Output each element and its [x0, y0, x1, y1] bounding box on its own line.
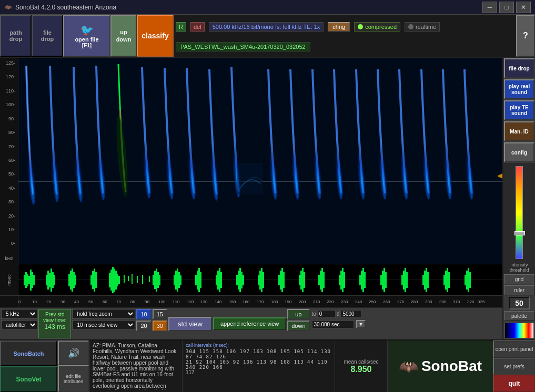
- msec-view-select[interactable]: 10 msec std view: [72, 320, 135, 330]
- svg-rect-48: [109, 273, 110, 287]
- duration-input[interactable]: [312, 321, 354, 328]
- num-15-button[interactable]: 15: [153, 309, 167, 319]
- svg-rect-46: [94, 269, 95, 292]
- svg-rect-45: [92, 271, 94, 289]
- svg-text:100: 100: [158, 300, 166, 304]
- site-info-scroll[interactable]: AZ: PIMA, Tucson, Catalina Foothills, Wy…: [93, 343, 179, 390]
- palette-label: palette: [504, 311, 534, 321]
- app-icon: 🦇: [4, 4, 12, 11]
- grid-button[interactable]: grid: [504, 274, 534, 284]
- svg-text:325: 325: [478, 300, 485, 304]
- svg-text:300: 300: [439, 300, 447, 304]
- classify-button[interactable]: classify: [137, 15, 174, 57]
- svg-text:270: 270: [397, 300, 405, 304]
- set-prefs-button[interactable]: set prefs: [493, 358, 535, 375]
- time-ruler: 0 10 20 30 40 50 60 70 80 90 100 110: [0, 295, 502, 307]
- play-te-sound-button[interactable]: play TE sound: [504, 100, 534, 120]
- svg-rect-26: [24, 275, 25, 285]
- hold-freq-zoom-select[interactable]: hold freq zoom: [72, 309, 135, 319]
- tf-input[interactable]: [340, 310, 361, 318]
- sonovet-button[interactable]: SonoVet: [0, 366, 57, 392]
- down-label: down: [116, 36, 132, 43]
- svg-rect-54: [118, 276, 120, 284]
- svg-text:200: 200: [299, 300, 306, 304]
- prev-std-view: Prev stdview time: 143 ms: [38, 309, 71, 338]
- spectrogram-svg: [18, 58, 502, 264]
- content-area: 125- 120- 110- 100- 90- 80- 70- 60- 50- …: [0, 58, 535, 339]
- duration-dropdown[interactable]: ▼: [356, 320, 366, 328]
- up-down-button[interactable]: up down: [110, 15, 137, 57]
- sonobatch-button[interactable]: SonoBatch: [0, 341, 57, 366]
- freq-filter-select[interactable]: 5 kHz: [1, 309, 37, 319]
- svg-text:250: 250: [369, 300, 376, 304]
- num-10-button[interactable]: 10: [136, 309, 151, 319]
- svg-rect-123: [448, 272, 450, 288]
- man-id-button[interactable]: Man. ID: [504, 121, 534, 141]
- svg-rect-36: [51, 269, 52, 292]
- mean-calls: mean calls/sec 8.950: [335, 341, 388, 392]
- svg-text:30: 30: [60, 300, 65, 304]
- std-view-button[interactable]: std view: [168, 317, 212, 331]
- maximize-button[interactable]: □: [499, 2, 514, 13]
- autofilter-select[interactable]: autofilter: [1, 320, 37, 330]
- spectrogram[interactable]: [18, 58, 502, 264]
- svg-text:160: 160: [243, 300, 250, 304]
- svg-rect-55: [124, 275, 125, 283]
- append-ref-button[interactable]: append reference view: [213, 317, 286, 330]
- open-file-button[interactable]: 🐦 open file [F1]: [63, 15, 110, 57]
- r-badge[interactable]: R: [176, 22, 186, 32]
- num-20-button[interactable]: 20: [136, 321, 151, 331]
- svg-rect-112: [401, 275, 403, 285]
- close-button[interactable]: ✕: [516, 2, 531, 13]
- svg-rect-99: [323, 272, 325, 288]
- toolbar: path drop filedrop 🐦 open file [F1] up d…: [0, 15, 535, 58]
- call-intervals: call intervals (msec): 304 115 358 106 1…: [183, 341, 335, 392]
- y-label-30: 30-: [1, 199, 17, 204]
- svg-rect-117: [424, 271, 426, 290]
- svg-rect-34: [47, 271, 49, 290]
- open-file-label: open file: [75, 36, 98, 43]
- intensity-slider[interactable]: intensity threshold: [503, 163, 535, 274]
- waveform-container: msec: [0, 264, 502, 295]
- file-drop-button[interactable]: filedrop: [32, 15, 63, 57]
- up-freq-button[interactable]: up: [287, 309, 309, 319]
- svg-text:190: 190: [285, 300, 292, 304]
- num-30-button[interactable]: 30: [153, 321, 167, 331]
- svg-rect-122: [447, 268, 448, 292]
- t0-input[interactable]: [317, 310, 336, 318]
- audio-button[interactable]: 🔊: [58, 341, 89, 365]
- svg-text:80: 80: [130, 300, 135, 304]
- intensity-thumb[interactable]: [514, 231, 525, 235]
- svg-rect-102: [342, 268, 344, 292]
- svg-rect-108: [380, 275, 382, 285]
- config-button[interactable]: config: [504, 142, 534, 162]
- open-print-button[interactable]: open print panel: [493, 341, 535, 358]
- titlebar-left: 🦇 SonoBat 4.2.0 southeastern Arizona: [4, 4, 116, 11]
- svg-rect-96: [318, 275, 320, 285]
- ruler-button[interactable]: ruler: [504, 285, 534, 295]
- spectrogram-container: 125- 120- 110- 100- 90- 80- 70- 60- 50- …: [0, 58, 502, 264]
- intensity-track[interactable]: [516, 166, 523, 259]
- help-button[interactable]: ?: [516, 15, 535, 57]
- svg-rect-33: [46, 275, 47, 285]
- chng-button[interactable]: chng: [328, 22, 350, 32]
- waveform-display[interactable]: [18, 264, 502, 295]
- play-real-sound-button[interactable]: play real sound: [504, 79, 534, 99]
- edit-file-attr-button[interactable]: edit file attributes: [58, 365, 89, 392]
- svg-rect-32: [33, 275, 35, 285]
- y-label-70: 70-: [1, 144, 17, 149]
- logo-area: 🦇 SonoBat: [388, 341, 493, 392]
- down-freq-button[interactable]: down: [287, 321, 309, 331]
- del-badge[interactable]: del: [190, 22, 205, 32]
- svg-rect-57: [132, 274, 133, 284]
- ruler-value[interactable]: 50: [509, 297, 530, 310]
- svg-rect-65: [159, 275, 160, 285]
- path-drop-button[interactable]: path drop: [0, 15, 32, 57]
- minimize-button[interactable]: ─: [482, 2, 497, 13]
- svg-rect-95: [304, 272, 305, 288]
- svg-text:70: 70: [116, 300, 121, 304]
- file-drop-right-button[interactable]: file drop: [504, 58, 534, 78]
- quit-button[interactable]: quit: [493, 375, 535, 392]
- num-buttons-group: 10 15 20 30: [136, 309, 167, 338]
- svg-text:0: 0: [18, 300, 21, 304]
